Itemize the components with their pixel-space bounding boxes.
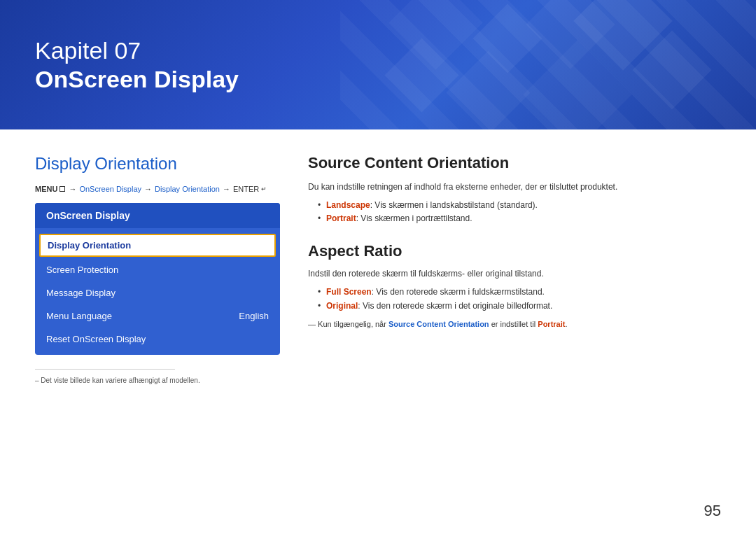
original-highlight: Original [326,301,358,311]
note-prefix: Kun tilgængelig, når [318,320,388,328]
enter-icon: ↵ [261,185,267,192]
menu-item-display-orientation[interactable]: Display Orientation [39,234,276,257]
header-banner: Kapitel 07 OnScreen Display [0,0,756,129]
breadcrumb-arrow1: → [69,185,76,193]
breadcrumb-arrow2: → [144,185,152,193]
menu-box: OnScreen Display Display Orientation Scr… [35,203,280,355]
landscape-text: : Vis skærmen i landskabstilstand (stand… [370,200,538,210]
chapter-label: Kapitel 07 [35,36,239,65]
bullet-fullscreen: Full Screen: Vis den roterede skærm i fu… [318,286,721,299]
menu-item-label: Display Orientation [48,240,131,251]
menu-item-label: Message Display [46,288,115,298]
original-text: : Vis den roterede skærm i det originale… [358,301,552,311]
right-column: Source Content Orientation Du kan indsti… [308,154,721,513]
portrait-highlight: Portrait [326,213,356,223]
section2-description: Indstil den roterede skærm til fuldskærm… [308,267,721,280]
menu-items-list: Display Orientation Screen Protection Me… [35,228,280,355]
section1-title: Source Content Orientation [308,154,721,172]
menu-item-message-display[interactable]: Message Display [35,281,280,304]
note-highlight1: Source Content Orientation [388,320,489,328]
left-column: Display Orientation MENU → OnScreen Disp… [35,154,280,513]
portrait-text: : Vis skærmen i portrættilstand. [356,213,472,223]
breadcrumb-arrow3: → [223,185,230,193]
menu-item-label: Menu Language [46,311,112,321]
section2-bullets: Full Screen: Vis den roterede skærm i fu… [308,286,721,312]
note-middle: er indstillet til [489,320,538,328]
bullet-portrait: Portrait: Vis skærmen i portrættilstand. [318,212,721,225]
note-highlight2: Portrait [538,320,565,328]
fullscreen-text: : Vis den roterede skærm i fuldskærmstil… [372,287,545,297]
note-suffix: . [565,320,567,328]
footnote: – Det viste billede kan variere afhængig… [35,377,280,384]
divider [35,369,175,370]
breadcrumb-link2: Display Orientation [155,185,220,193]
breadcrumb-link1: OnScreen Display [79,185,141,193]
menu-item-label: Reset OnScreen Display [46,334,146,344]
menu-item-value: English [239,311,269,321]
breadcrumb-menu: MENU [35,185,57,193]
section2-title: Aspect Ratio [308,242,721,260]
page-number: 95 [704,502,721,520]
main-content: Display Orientation MENU → OnScreen Disp… [0,129,756,534]
menu-item-screen-protection[interactable]: Screen Protection [35,258,280,281]
landscape-highlight: Landscape [326,200,370,210]
fullscreen-highlight: Full Screen [326,287,372,297]
menu-box-header: OnScreen Display [35,203,280,228]
menu-item-label: Screen Protection [46,265,118,275]
section1-description: Du kan indstille retningen af indhold fr… [308,181,721,193]
bullet-original: Original: Vis den roterede skærm i det o… [318,300,721,313]
main-title: OnScreen Display [35,65,239,94]
menu-item-reset[interactable]: Reset OnScreen Display [35,328,280,351]
left-section-title: Display Orientation [35,154,280,174]
breadcrumb: MENU → OnScreen Display → Display Orient… [35,185,280,193]
breadcrumb-enter: ENTER [233,185,259,193]
note-line: Kun tilgængelig, når Source Content Orie… [308,318,721,330]
section1-bullets: Landscape: Vis skærmen i landskabstilsta… [308,199,721,225]
menu-item-menu-language[interactable]: Menu Language English [35,304,280,328]
bullet-landscape: Landscape: Vis skærmen i landskabstilsta… [318,199,721,212]
header-title: Kapitel 07 OnScreen Display [35,36,239,94]
menu-icon [59,186,65,192]
decorative-pattern [364,0,714,129]
